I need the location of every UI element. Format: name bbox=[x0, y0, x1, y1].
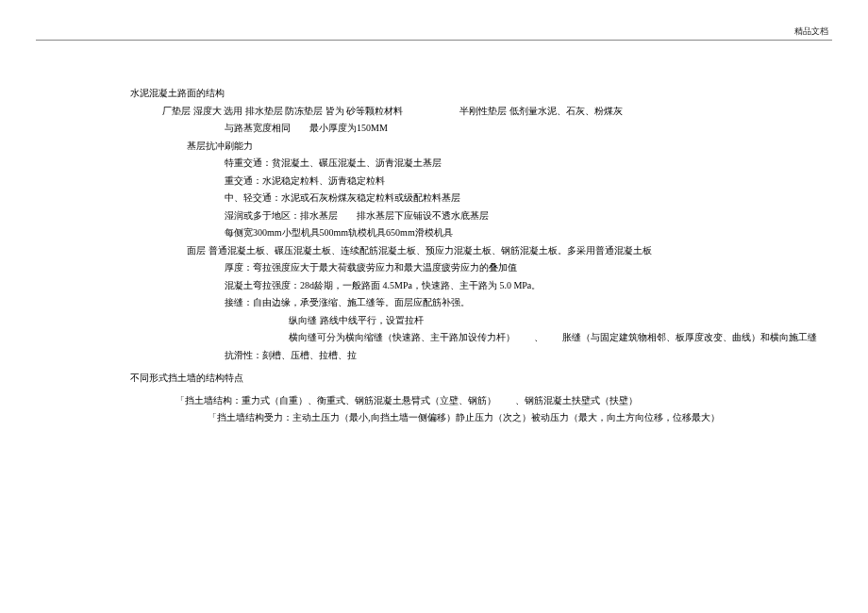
base-layer-1: 特重交通：贫混凝土、碾压混凝土、沥青混凝土基层 bbox=[130, 155, 811, 173]
surface-long-joint: 纵向缝 路线中线平行，设置拉杆 bbox=[130, 312, 811, 330]
base-layer-5: 每侧宽300mm小型机具500mm轨模机具650mm滑模机具 bbox=[130, 224, 811, 242]
section1-title: 水泥混凝土路面的结构 bbox=[130, 85, 811, 103]
header-label: 精品文档 bbox=[794, 25, 828, 38]
base-layer-3: 中、轻交通：水泥或石灰粉煤灰稳定粒料或级配粒料基层 bbox=[130, 190, 811, 207]
surface-layer-title: 面层 普通混凝土板、碾压混凝土板、连续配筋混凝土板、预应力混凝土板、钢筋混凝土板… bbox=[130, 242, 811, 260]
base-layer-title: 基层抗冲刷能力 bbox=[130, 138, 811, 156]
surface-strength: 混凝土弯拉强度：28d龄期，一般路面 4.5MPa，快速路、主干路为 5.0 M… bbox=[130, 277, 811, 295]
cushion-layer-line: 厂垫层 湿度大 选用 排水垫层 防冻垫层 皆为 砂等颗粒材料 半刚性垫层 低剂量… bbox=[130, 103, 811, 121]
surface-trans-joint: 横向缝可分为横向缩缝（快速路、主干路加设传力杆） 、 胀缝（与固定建筑物相邻、板… bbox=[130, 329, 811, 347]
surface-skid: 抗滑性：刻槽、压槽、拉槽、拉 bbox=[130, 347, 811, 365]
base-layer-2: 重交通：水泥稳定粒料、沥青稳定粒料 bbox=[130, 173, 811, 191]
retaining-wall-force: 「挡土墙结构受力：主动土压力（最小,向挡土墙一侧偏移）静止压力（次之）被动压力（… bbox=[130, 409, 811, 427]
section2-title: 不同形式挡土墙的结构特点 bbox=[130, 370, 811, 388]
surface-joints: 接缝：自由边缘，承受涨缩、施工缝等。面层应配筋补强。 bbox=[130, 294, 811, 312]
base-layer-4: 湿润或多于地区：排水基层 排水基层下应铺设不透水底基层 bbox=[130, 207, 811, 225]
document-content: 水泥混凝土路面的结构 厂垫层 湿度大 选用 排水垫层 防冻垫层 皆为 砂等颗粒材… bbox=[130, 85, 811, 427]
header-divider bbox=[36, 40, 832, 41]
surface-thickness: 厚度：弯拉强度应大于最大荷载疲劳应力和最大温度疲劳应力的叠加值 bbox=[130, 259, 811, 277]
retaining-wall-structure: 「挡土墙结构：重力式（自重）、衡重式、钢筋混凝土悬臂式（立壁、钢筋） 、钢筋混凝… bbox=[130, 392, 811, 410]
cushion-layer-sub: 与路基宽度相同 最小厚度为150MM bbox=[130, 120, 811, 138]
